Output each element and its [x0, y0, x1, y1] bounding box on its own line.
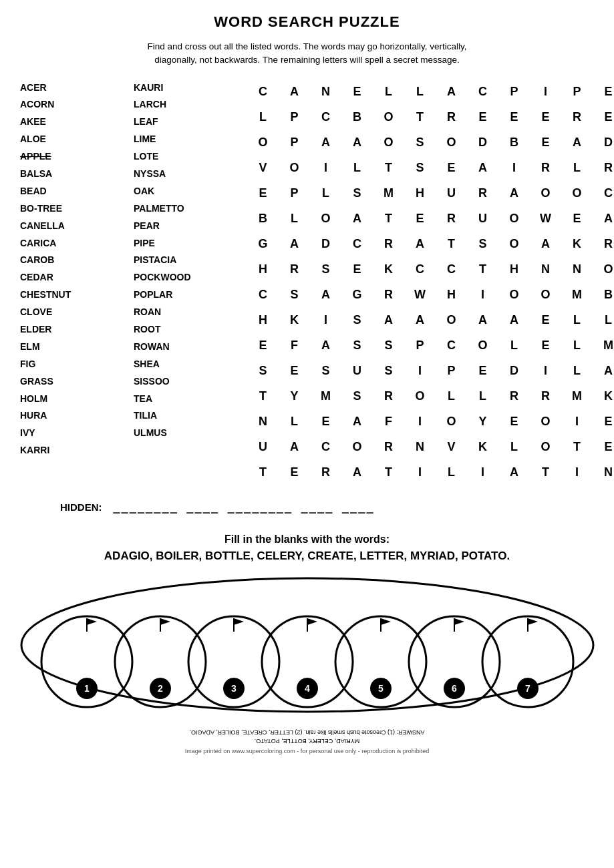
word-SISSOO: SISSOO: [134, 373, 241, 391]
cell-13-0: N: [247, 409, 279, 435]
cell-4-0: E: [247, 181, 279, 206]
cell-13-4: F: [373, 409, 404, 435]
cell-5-1: L: [279, 206, 310, 232]
svg-marker-9: [87, 618, 97, 625]
hidden-section: HIDDEN: ________ ____ ________ ____ ____: [20, 500, 594, 513]
flag-2: [160, 618, 170, 632]
cell-2-9: E: [530, 130, 561, 156]
cell-1-5: T: [404, 105, 436, 130]
cell-1-4: O: [373, 105, 404, 130]
svg-text:4: 4: [305, 683, 310, 694]
flag-1: [87, 618, 97, 632]
cell-14-5: N: [404, 435, 436, 460]
cell-4-9: O: [530, 181, 561, 206]
cell-2-1: P: [279, 130, 310, 156]
cell-12-6: L: [436, 384, 467, 409]
cell-5-4: T: [373, 206, 404, 232]
cell-10-7: O: [467, 333, 498, 359]
cell-6-5: A: [404, 232, 436, 257]
svg-text:6: 6: [452, 683, 457, 694]
word-CEDAR: CEDAR: [20, 269, 127, 286]
cell-14-11: E: [593, 435, 614, 460]
cell-13-2: E: [310, 409, 341, 435]
cell-10-2: A: [310, 333, 341, 359]
svg-marker-11: [160, 618, 170, 625]
cell-15-2: R: [310, 460, 341, 485]
cell-9-4: A: [373, 308, 404, 333]
cell-12-8: R: [498, 384, 530, 409]
cell-4-7: R: [467, 181, 498, 206]
word-ACORN: ACORN: [20, 96, 127, 114]
hidden-blanks: ________ ____ ________ ____ ____: [113, 500, 375, 513]
cell-7-5: C: [404, 257, 436, 282]
cell-13-8: E: [498, 409, 530, 435]
venn-diagram: 1 2 3 4 5 6 7: [20, 575, 595, 715]
cell-15-9: T: [530, 460, 561, 485]
page-title: WORD SEARCH PUZZLE: [20, 13, 594, 31]
word-CARICA: CARICA: [20, 235, 127, 252]
cell-4-3: S: [341, 181, 373, 206]
cell-6-3: C: [341, 232, 373, 257]
cell-12-2: M: [310, 384, 341, 409]
word-APPLE: APPLE: [20, 148, 127, 166]
word-OAK: OAK: [134, 183, 241, 200]
cell-4-8: A: [498, 181, 530, 206]
cell-4-2: L: [310, 181, 341, 206]
cell-1-0: L: [247, 105, 279, 130]
cell-9-0: H: [247, 308, 279, 333]
cell-0-0: C: [247, 79, 279, 105]
hidden-label: HIDDEN:: [60, 501, 102, 513]
flag-5: [381, 618, 391, 632]
cell-11-2: S: [310, 359, 341, 384]
word-TILIA: TILIA: [134, 407, 241, 425]
cell-10-9: E: [530, 333, 561, 359]
cell-4-10: O: [561, 181, 593, 206]
cell-11-6: P: [436, 359, 467, 384]
svg-text:2: 2: [158, 683, 163, 694]
cell-8-10: M: [561, 282, 593, 308]
cell-12-4: R: [373, 384, 404, 409]
cell-12-1: Y: [279, 384, 310, 409]
cell-8-9: O: [530, 282, 561, 308]
cell-8-0: C: [247, 282, 279, 308]
cell-13-9: O: [530, 409, 561, 435]
word-LOTE: LOTE: [134, 148, 241, 166]
cell-5-9: W: [530, 206, 561, 232]
svg-marker-15: [307, 618, 317, 625]
cell-7-1: R: [279, 257, 310, 282]
cell-5-6: R: [436, 206, 467, 232]
cell-8-4: R: [373, 282, 404, 308]
cell-11-9: I: [530, 359, 561, 384]
cell-13-3: A: [341, 409, 373, 435]
cell-14-6: V: [436, 435, 467, 460]
flag-4: [307, 618, 317, 632]
cell-7-8: H: [498, 257, 530, 282]
cell-10-4: S: [373, 333, 404, 359]
cell-2-3: A: [341, 130, 373, 156]
word-KAURI: KAURI: [134, 79, 241, 97]
cell-7-2: S: [310, 257, 341, 282]
cell-2-8: B: [498, 130, 530, 156]
cell-4-5: H: [404, 181, 436, 206]
cell-2-4: O: [373, 130, 404, 156]
cell-14-9: O: [530, 435, 561, 460]
cell-2-7: D: [467, 130, 498, 156]
cell-4-6: U: [436, 181, 467, 206]
cell-5-7: U: [467, 206, 498, 232]
cell-0-4: L: [373, 79, 404, 105]
cell-12-3: S: [341, 384, 373, 409]
cell-12-0: T: [247, 384, 279, 409]
word-LEAF: LEAF: [134, 114, 241, 131]
word-CHESTNUT: CHESTNUT: [20, 286, 127, 304]
word-list-col1: ACER ACORN AKEE ALOE APPLE BALSA BEAD BO…: [20, 79, 127, 460]
cell-7-3: E: [341, 257, 373, 282]
answer-section: MYRIAD, CELERY, BOTTLE, POTATO. ANSWER: …: [20, 728, 594, 745]
cell-0-5: L: [404, 79, 436, 105]
cell-6-9: A: [530, 232, 561, 257]
svg-marker-17: [381, 618, 391, 625]
cell-15-6: L: [436, 460, 467, 485]
word-NYSSA: NYSSA: [134, 166, 241, 183]
word-PISTACIA: PISTACIA: [134, 252, 241, 269]
cell-15-10: I: [561, 460, 593, 485]
word-BALSA: BALSA: [20, 166, 127, 183]
